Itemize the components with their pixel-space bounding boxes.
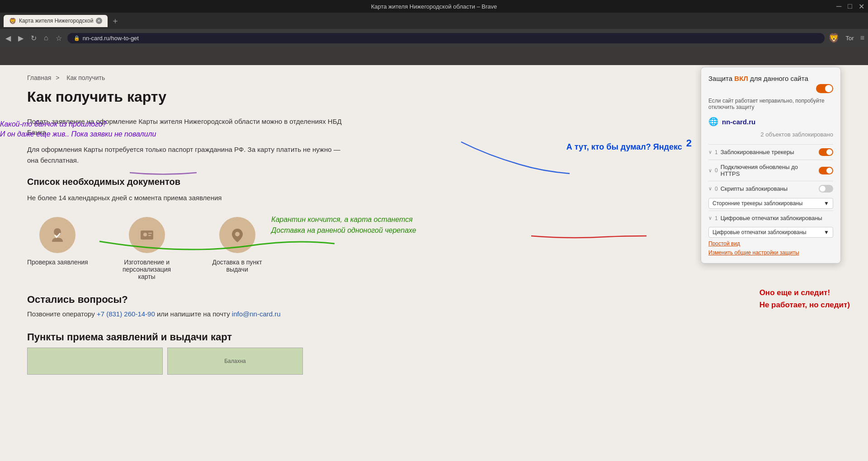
questions-title: Остались вопросы? (27, 294, 841, 306)
shield-site-row: 🌐 nn-card.ru (708, 117, 833, 127)
fingerprint-row: ∨ 1 Цифровые отпечатки заблокированы (708, 211, 833, 225)
contact-prefix: Позвоните оператору (27, 310, 97, 318)
tab-favicon: 🦁 (9, 18, 16, 24)
shield-main-toggle[interactable] (816, 84, 833, 93)
trackers-count: 1 (715, 149, 718, 155)
new-tab-button[interactable]: ＋ (111, 15, 119, 26)
svg-rect-4 (148, 235, 151, 236)
top-banner (0, 47, 868, 65)
points-title: Пункты приема заявлений и выдачи карт (27, 331, 841, 343)
active-tab[interactable]: 🦁 Карта жителя Нижегородской ✕ (4, 15, 108, 27)
simple-view-link[interactable]: Простой вид (708, 240, 833, 247)
contact-or: или напишите на почту (157, 310, 232, 318)
trackers-toggle[interactable] (819, 148, 833, 156)
step-2-label: Изготовление и персонализация карты (115, 259, 179, 280)
tor-button[interactable]: Tor (843, 34, 857, 42)
breadcrumb-current: Как получить (66, 74, 105, 81)
shield-subtext: Если сайт работает неправильно, попробуй… (708, 98, 833, 110)
svg-rect-3 (148, 233, 152, 234)
shield-site: nn-card.ru (722, 118, 755, 126)
step-1-label: Проверка заявления (27, 259, 88, 266)
intro-paragraph-2: Для оформления Карты потребуется только … (27, 144, 344, 166)
map-city-label: Балахна (224, 358, 246, 364)
scripts-toggle-knob (820, 186, 826, 192)
svg-point-0 (54, 228, 61, 235)
fingerprint-dropdown[interactable]: Цифровые отпечатки заблокированы ▼ (708, 227, 833, 238)
tab-label: Карта жителя Нижегородской (19, 18, 93, 24)
scripts-toggle[interactable] (819, 185, 833, 193)
address-bar-row: ◀ ▶ ↻ ⌂ ☆ 🔒 nn-card.ru/how-to-get 🦁 Tor … (0, 29, 868, 47)
https-count: 0 (715, 167, 718, 174)
intro-paragraph-1: Подать заявление на оформление Карты жит… (27, 116, 344, 138)
forward-button[interactable]: ▶ (16, 33, 25, 43)
trackers-row-left: ∨ 1 Заблокированные трекеры (708, 149, 794, 155)
trackers-chevron[interactable]: ∨ (708, 149, 712, 155)
scripts-label: Скрипты заблокированы (721, 185, 788, 192)
reload-button[interactable]: ↻ (29, 33, 38, 43)
shield-title-suffix: для данного сайта (750, 75, 808, 82)
trackers-toggle-knob (826, 149, 832, 155)
trackers-dropdown-chevron: ▼ (824, 200, 829, 207)
blocked-count: 2 объектов заблокировано (708, 131, 833, 138)
fingerprint-dropdown-chevron: ▼ (824, 229, 829, 235)
map-placeholder-1 (27, 348, 163, 375)
scripts-row: ∨ 0 Скрипты заблокированы (708, 181, 833, 196)
globe-icon: 🌐 (708, 117, 718, 127)
page-wrapper: Главная > Как получить Как получить карт… (0, 47, 868, 454)
shield-toggle-row (708, 84, 833, 93)
sidebar-toggle[interactable]: ≡ (860, 34, 864, 42)
url-display: nn-card.ru/how-to-get (83, 35, 139, 42)
shield-panel: Защита ВКЛ для данного сайта Если сайт р… (701, 67, 841, 263)
window-controls: ─ □ ✕ (836, 2, 864, 11)
brave-icons: 🦁 Tor ≡ (828, 33, 864, 43)
brave-shield-icon[interactable]: 🦁 (828, 33, 840, 43)
days-text: Не более 14 календарных дней с момента п… (27, 193, 344, 203)
tab-close-button[interactable]: ✕ (96, 18, 102, 24)
fingerprint-count: 1 (715, 215, 718, 221)
fingerprint-chevron[interactable]: ∨ (708, 215, 712, 221)
bookmark-button[interactable]: ☆ (54, 33, 64, 43)
https-toggle[interactable] (819, 167, 833, 174)
breadcrumb-home[interactable]: Главная (27, 74, 51, 81)
tab-bar: 🦁 Карта жителя Нижегородской ✕ ＋ (0, 13, 868, 29)
map-placeholder-2: Балахна (167, 348, 303, 375)
https-row: ∨ 0 Подключения обновлены до HTTPS (708, 160, 833, 181)
trackers-label: Заблокированные трекеры (721, 149, 794, 155)
https-label: Подключения обновлены до HTTPS (721, 164, 819, 177)
lock-icon: 🔒 (74, 35, 80, 41)
scripts-count: 0 (715, 186, 718, 192)
svg-rect-1 (141, 230, 153, 240)
fingerprint-label: Цифровые отпечатки заблокированы (721, 215, 822, 221)
step-1: Проверка заявления (27, 217, 88, 280)
fingerprint-row-left: ∨ 1 Цифровые отпечатки заблокированы (708, 215, 822, 221)
step-3-label: Доставка в пункт выдачи (206, 259, 269, 273)
contact-text: Позвоните оператору +7 (831) 260-14-90 и… (27, 310, 841, 318)
step-3: Доставка в пункт выдачи (206, 217, 269, 280)
https-row-left: ∨ 0 Подключения обновлены до HTTPS (708, 164, 819, 177)
step-2: Изготовление и персонализация карты (115, 217, 179, 280)
https-chevron[interactable]: ∨ (708, 168, 712, 174)
trackers-dropdown[interactable]: Сторонние трекеры заблокированы ▼ (708, 198, 833, 209)
svg-point-5 (235, 232, 240, 236)
breadcrumb-sep: > (56, 74, 61, 81)
map-area: Балахна (27, 348, 841, 375)
phone-link[interactable]: +7 (831) 260-14-90 (97, 310, 155, 318)
scripts-chevron[interactable]: ∨ (708, 186, 712, 192)
home-button[interactable]: ⌂ (42, 33, 50, 43)
trackers-dropdown-label: Сторонние трекеры заблокированы (712, 200, 802, 207)
scripts-row-left: ∨ 0 Скрипты заблокированы (708, 185, 788, 192)
address-bar[interactable]: 🔒 nn-card.ru/how-to-get (67, 33, 825, 43)
fingerprint-dropdown-label: Цифровые отпечатки заблокированы (712, 229, 807, 235)
browser-title-bar: Карта жителя Нижегородской области – Bra… (0, 0, 868, 13)
shield-title-prefix: Защита (708, 75, 732, 82)
shield-header: Защита ВКЛ для данного сайта (708, 75, 833, 82)
step-1-icon (39, 217, 75, 253)
back-button[interactable]: ◀ (4, 33, 13, 43)
settings-link[interactable]: Изменить общие настройки защиты (708, 249, 833, 256)
https-toggle-knob (826, 168, 832, 174)
email-link[interactable]: info@nn-card.ru (232, 310, 281, 318)
svg-point-2 (143, 233, 147, 236)
step-2-icon (129, 217, 165, 253)
trackers-row: ∨ 1 Заблокированные трекеры (708, 144, 833, 160)
browser-title: Карта жителя Нижегородской области – Bra… (371, 3, 497, 10)
